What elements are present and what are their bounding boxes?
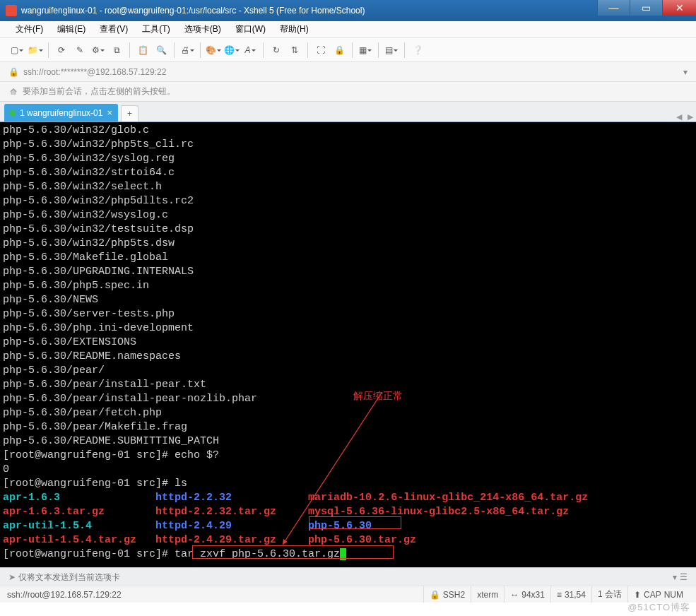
toolbar: ▢ 📁 ⟳ ✎ ⚙ ⧉ 📋 🔍 🖨 🎨 🌐 A ↻ ⇅ ⛶ 🔒 ▦ ▤ ❔: [0, 38, 696, 62]
app-icon: [6, 5, 17, 16]
address-bar: 🔒 ssh://root:********@192.168.57.129:22 …: [0, 62, 696, 82]
send-toggle-icon[interactable]: ➤: [6, 572, 18, 582]
reconnect-button[interactable]: ⟳: [53, 42, 70, 59]
maximize-button[interactable]: ▭: [630, 0, 662, 16]
tab-label: 1 wangruifenglinux-01: [20, 108, 102, 118]
menu-tabs[interactable]: 选项卡(B): [179, 22, 227, 37]
print-button[interactable]: 🖨: [179, 42, 196, 59]
status-term: xterm: [471, 586, 504, 603]
address-text[interactable]: ssh://root:********@192.168.57.129:22: [23, 67, 683, 77]
menu-window[interactable]: 窗口(W): [230, 22, 271, 37]
new-session-button[interactable]: ▢: [8, 42, 25, 59]
terminal-output[interactable]: php-5.6.30/win32/glob.c php-5.6.30/win32…: [0, 122, 696, 567]
tab-next-button[interactable]: ▶: [685, 112, 696, 122]
status-connection: ssh://root@192.168.57.129:22: [7, 590, 423, 600]
status-sessions: 1 会话: [591, 586, 627, 603]
session-tab[interactable]: 1 wangruifenglinux-01 ×: [4, 104, 118, 122]
fullscreen-button[interactable]: ⛶: [312, 42, 329, 59]
tip-bar: ⟰ 要添加当前会话，点击左侧的箭头按钮。: [0, 82, 696, 102]
lock-button[interactable]: 🔒: [331, 42, 348, 59]
paste-button[interactable]: 📋: [134, 42, 151, 59]
status-bar: ssh://root@192.168.57.129:22 🔒 SSH2 xter…: [0, 586, 696, 603]
send-input[interactable]: [18, 572, 673, 582]
send-menu-icon[interactable]: ☰: [677, 572, 690, 582]
menu-view[interactable]: 查看(V): [94, 22, 134, 37]
status-cursor: ≡ 31,54: [550, 586, 591, 603]
window-title: wangruifenglinux-01 - root@wangruifeng-0…: [21, 6, 597, 16]
menu-tools[interactable]: 工具(T): [136, 22, 175, 37]
svg-line-0: [283, 393, 382, 545]
bookmark-icon[interactable]: ⟰: [10, 87, 17, 97]
transfer-button[interactable]: ↻: [268, 42, 285, 59]
watermark: @51CTO博客: [627, 601, 690, 614]
send-bar: ➤ ▾ ☰: [0, 567, 696, 586]
help-button[interactable]: ❔: [409, 42, 426, 59]
tab-prev-button[interactable]: ◀: [673, 112, 685, 122]
menu-help[interactable]: 帮助(H): [274, 22, 314, 37]
lock-icon: 🔒: [8, 67, 19, 77]
encoding-button[interactable]: 🌐: [223, 42, 240, 59]
copy-button[interactable]: ⧉: [108, 42, 125, 59]
tab-bar: 1 wangruifenglinux-01 × + ◀ ▶: [0, 102, 696, 122]
properties-button[interactable]: ⚙: [90, 42, 107, 59]
annotation-text: 解压缩正常: [353, 389, 403, 403]
status-dot-icon: [10, 110, 16, 116]
menu-bar: 文件(F) 编辑(E) 查看(V) 工具(T) 选项卡(B) 窗口(W) 帮助(…: [0, 21, 696, 38]
open-session-button[interactable]: 📁: [27, 42, 44, 59]
tab-close-icon[interactable]: ×: [107, 107, 112, 118]
minimize-button[interactable]: —: [597, 0, 630, 16]
font-button[interactable]: A: [242, 42, 259, 59]
layout-button[interactable]: ▦: [357, 42, 374, 59]
disconnect-button[interactable]: ✎: [71, 42, 88, 59]
status-protocol: 🔒 SSH2: [423, 586, 471, 603]
close-button[interactable]: ✕: [662, 0, 696, 16]
find-button[interactable]: 🔍: [153, 42, 170, 59]
menu-file[interactable]: 文件(F): [10, 22, 49, 37]
tile-button[interactable]: ▤: [383, 42, 400, 59]
window-titlebar: wangruifenglinux-01 - root@wangruifeng-0…: [0, 0, 696, 21]
arrow-icon: [276, 393, 417, 562]
status-caps: ⬆ CAP NUM: [627, 586, 689, 603]
new-tab-button[interactable]: +: [121, 105, 138, 122]
ftp-button[interactable]: ⇅: [286, 42, 303, 59]
menu-edit[interactable]: 编辑(E): [52, 22, 91, 37]
status-size: ↔ 94x31: [504, 586, 550, 603]
address-dropdown[interactable]: ▾: [683, 67, 688, 77]
color-button[interactable]: 🎨: [205, 42, 222, 59]
tip-text: 要添加当前会话，点击左侧的箭头按钮。: [23, 85, 175, 97]
